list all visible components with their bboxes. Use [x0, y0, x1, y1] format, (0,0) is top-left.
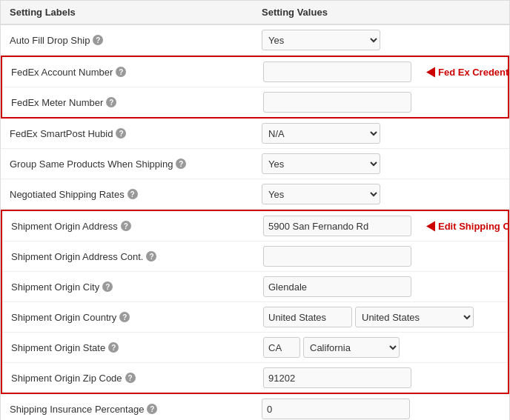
input-fedex-account-number[interactable]: [263, 61, 411, 82]
row-shipment-origin-address: Shipment Origin Address ? Edit Shipping …: [2, 211, 508, 241]
help-icon-origin-state[interactable]: ?: [108, 342, 119, 353]
select-group-same-products[interactable]: Yes No: [262, 153, 380, 174]
annotation-origin: Edit Shipping Orgin Address: [426, 221, 510, 232]
value-shipment-origin-state: California: [263, 337, 499, 358]
help-icon-shipping-insurance[interactable]: ?: [147, 404, 157, 414]
input-shipment-origin-address[interactable]: [263, 216, 411, 236]
row-shipment-origin-country: Shipment Origin Country ? United States: [2, 302, 508, 333]
select-shipment-origin-state[interactable]: California: [303, 337, 400, 358]
help-icon-negotiated-shipping[interactable]: ?: [128, 189, 138, 199]
annotation-origin-label: Edit Shipping Orgin Address: [438, 221, 510, 232]
label-shipment-origin-zip: Shipment Origin Zip Code ?: [11, 373, 263, 384]
help-icon-origin-city[interactable]: ?: [102, 281, 113, 292]
row-shipment-origin-city: Shipment Origin City ?: [2, 272, 508, 302]
row-shipment-origin-zip: Shipment Origin Zip Code ?: [2, 363, 508, 393]
row-shipment-origin-address-cont: Shipment Origin Address Cont. ?: [2, 241, 508, 272]
label-shipment-origin-address: Shipment Origin Address ?: [11, 221, 263, 232]
value-shipment-origin-zip: [263, 367, 499, 388]
input-shipment-origin-address-cont[interactable]: [263, 246, 411, 267]
value-fedex-smartpost: N/A: [262, 123, 500, 144]
label-shipment-origin-address-cont: Shipment Origin Address Cont. ?: [11, 251, 263, 262]
row-shipping-insurance: Shipping Insurance Percentage ?: [1, 394, 509, 420]
value-shipping-insurance: [262, 399, 500, 419]
help-icon-origin-country[interactable]: ?: [119, 312, 130, 322]
label-auto-fill-drop-ship: Auto Fill Drop Ship ?: [10, 35, 262, 46]
value-fedex-meter-number: [263, 92, 499, 113]
help-icon-origin-zip[interactable]: ?: [125, 373, 136, 383]
input-shipment-origin-city[interactable]: [263, 276, 411, 297]
annotation-fedex-label: Fed Ex Credentials: [438, 67, 510, 78]
label-fedex-meter-number: FedEx Meter Number ?: [11, 97, 263, 108]
label-shipment-origin-state: Shipment Origin State ?: [11, 342, 263, 353]
label-group-same-products: Group Same Products When Shipping ?: [10, 159, 262, 170]
label-shipment-origin-city: Shipment Origin City ?: [11, 281, 263, 293]
value-negotiated-shipping: Yes No: [262, 184, 500, 204]
header-value: Setting Values: [262, 7, 500, 18]
row-group-same-products: Group Same Products When Shipping ? Yes …: [1, 149, 509, 179]
select-negotiated-shipping[interactable]: Yes No: [262, 184, 380, 204]
value-shipment-origin-city: [263, 276, 499, 297]
select-shipment-origin-country[interactable]: United States: [355, 307, 474, 327]
table-header: Setting Labels Setting Values: [1, 1, 509, 25]
label-negotiated-shipping: Negotiated Shipping Rates ?: [10, 189, 262, 200]
row-negotiated-shipping: Negotiated Shipping Rates ? Yes No: [1, 179, 509, 210]
row-fedex-meter-number: FedEx Meter Number ?: [2, 87, 508, 117]
header-label: Setting Labels: [10, 7, 262, 18]
input-shipment-origin-state-code[interactable]: [263, 337, 300, 358]
value-auto-fill-drop-ship: Yes No: [262, 30, 500, 50]
row-auto-fill-drop-ship: Auto Fill Drop Ship ? Yes No: [1, 25, 509, 56]
help-icon-fedex-meter[interactable]: ?: [106, 97, 116, 107]
section-origin: Shipment Origin Address ? Edit Shipping …: [1, 210, 509, 394]
help-icon-fedex-smartpost[interactable]: ?: [116, 128, 126, 139]
select-auto-fill-drop-ship[interactable]: Yes No: [262, 30, 380, 50]
label-fedex-account-number: FedEx Account Number ?: [11, 67, 263, 78]
annotation-fedex: Fed Ex Credentials: [426, 67, 510, 78]
row-fedex-account-number: FedEx Account Number ? Fed Ex Credential…: [2, 57, 508, 87]
label-shipping-insurance: Shipping Insurance Percentage ?: [10, 404, 262, 415]
value-shipment-origin-country: United States: [263, 307, 499, 327]
settings-table: Setting Labels Setting Values Auto Fill …: [0, 0, 510, 420]
value-shipment-origin-address: Edit Shipping Orgin Address: [263, 216, 499, 236]
help-icon-origin-address[interactable]: ?: [121, 221, 131, 231]
select-fedex-smartpost[interactable]: N/A: [262, 123, 380, 144]
input-shipment-origin-zip[interactable]: [263, 367, 411, 388]
label-shipment-origin-country: Shipment Origin Country ?: [11, 312, 263, 323]
arrow-fedex: [426, 67, 435, 77]
help-icon-origin-address-cont[interactable]: ?: [146, 251, 156, 261]
input-shipment-origin-country[interactable]: [263, 307, 352, 327]
input-shipping-insurance[interactable]: [262, 399, 410, 419]
arrow-origin: [426, 221, 435, 231]
value-fedex-account-number: Fed Ex Credentials: [263, 61, 499, 82]
value-group-same-products: Yes No: [262, 153, 500, 174]
row-fedex-smartpost: FedEx SmartPost Hubid ? N/A: [1, 119, 509, 149]
help-icon-fedex-account[interactable]: ?: [116, 67, 126, 77]
input-fedex-meter-number[interactable]: [263, 92, 411, 113]
row-shipment-origin-state: Shipment Origin State ? California: [2, 333, 508, 363]
section-fedex: FedEx Account Number ? Fed Ex Credential…: [1, 56, 509, 119]
help-icon-auto-fill[interactable]: ?: [93, 35, 103, 45]
label-fedex-smartpost: FedEx SmartPost Hubid ?: [10, 128, 262, 139]
value-shipment-origin-address-cont: [263, 246, 499, 267]
help-icon-group-products[interactable]: ?: [176, 159, 186, 169]
